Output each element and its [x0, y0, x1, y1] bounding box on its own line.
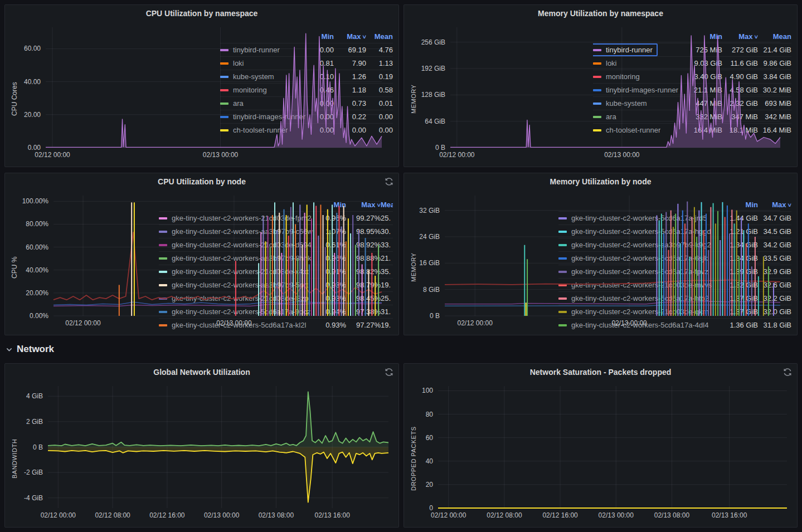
panel-title[interactable]: Memory Utilization by namespace [538, 9, 663, 18]
y-tick-label: 80 [418, 410, 433, 419]
x-tick-label: 02/12 16:00 [534, 511, 586, 519]
panel-title[interactable]: Memory Utilization by node [550, 177, 651, 186]
panel-title[interactable]: CPU Utilization by namespace [146, 9, 258, 18]
legend-value: 19. [381, 321, 393, 329]
legend-value: 30. [381, 227, 393, 236]
y-tick-label: -4 GiB [19, 494, 43, 502]
y-tick-label: 64 GiB [418, 117, 445, 126]
plot-area[interactable]: -4 GiB-2 GiB0 B2 GiB4 GiB02/12 00:0002/1… [19, 382, 394, 523]
series-color-swatch [159, 324, 167, 326]
x-tick-label: 02/12 00:00 [423, 511, 474, 519]
legend-header-mean[interactable]: Mean [381, 201, 393, 209]
legend-row[interactable]: gke-tiny-cluster-c2-workers-5cd6a17a-4dl… [558, 318, 791, 330]
x-tick-label: 02/12 00:00 [449, 319, 500, 327]
refresh-icon[interactable] [385, 177, 393, 186]
y-tick-label: 60.00 [19, 44, 41, 53]
panel-header[interactable]: Memory Utilization by namespace [404, 5, 797, 22]
refresh-icon[interactable] [783, 368, 792, 377]
legend-value: 35. [381, 267, 393, 276]
y-tick-label: 40 [418, 457, 433, 466]
panel-network-saturation: Network Saturation - Packets dropped DRO… [404, 363, 798, 528]
y-tick-label: 16 GiB [418, 258, 440, 267]
panel-header[interactable]: CPU Utilization by namespace [5, 5, 398, 22]
x-tick-label: 02/13 16:00 [307, 511, 358, 519]
legend-value: 19. [381, 281, 393, 289]
x-tick-label: 02/13 00:00 [208, 319, 260, 327]
y-tick-label: 20 [418, 480, 433, 489]
series-node-spikes [119, 202, 378, 316]
refresh-icon[interactable] [385, 368, 393, 377]
chart-plot[interactable] [438, 386, 787, 508]
series-outbound [48, 447, 388, 502]
y-tick-label: 0.00% [19, 311, 48, 320]
panel-header[interactable]: CPU Utilization by node [5, 173, 398, 190]
y-axis-label: MEMORY [409, 191, 418, 330]
plot-area[interactable]: 0 B64 GiB128 GiB192 GiB256 GiB02/12 00:0… [418, 23, 587, 162]
series-tinybird-runner [46, 33, 382, 148]
panel-header[interactable]: Global Network Utilization [5, 364, 398, 380]
x-tick-label: 02/12 08:00 [87, 511, 138, 519]
plot-area[interactable]: 0.00%20.00%40.00%60.00%80.00%100.00%02/1… [19, 191, 153, 330]
y-tick-label: 80.00% [19, 219, 48, 228]
x-tick-label: 02/13 00:00 [196, 511, 247, 519]
x-tick-label: 02/13 00:00 [596, 151, 648, 159]
y-tick-label: 60 [418, 433, 433, 442]
y-tick-label: 192 GiB [418, 64, 445, 73]
chart-plot[interactable] [46, 27, 382, 148]
panel-title[interactable]: CPU Utilization by node [158, 177, 246, 186]
x-tick-label: 02/13 00:00 [604, 319, 655, 327]
x-tick-label: 02/13 00:00 [590, 511, 641, 519]
panel-header[interactable]: Memory Utilization by node [404, 173, 797, 190]
y-tick-label: 40.00 [19, 77, 41, 86]
series-color-swatch [558, 324, 567, 326]
x-tick-label: 02/12 16:00 [142, 511, 193, 519]
legend-value: 97.27% [346, 321, 381, 329]
y-tick-label: 2 GiB [19, 417, 43, 426]
y-axis-label: BANDWIDTH [9, 382, 19, 523]
panel-title[interactable]: Network Saturation - Packets dropped [530, 368, 672, 377]
chart-network-saturation[interactable]: DROPPED PACKETS02040608010002/12 00:0002… [409, 382, 793, 523]
legend-row[interactable]: gke-tiny-cluster-c2-workers-5cd6a17a-kl2… [159, 318, 393, 330]
plot-area[interactable]: 0 B8 GiB16 GiB24 GiB32 GiB02/12 00:0002/… [418, 191, 553, 330]
y-axis-label: CPU % [9, 191, 19, 330]
chevron-down-icon [6, 346, 13, 353]
chart-plot[interactable] [54, 196, 382, 316]
chart-plot[interactable] [450, 27, 780, 148]
section-label: Network [17, 344, 54, 355]
chart-plot[interactable] [48, 386, 388, 508]
grid-lines [438, 386, 787, 508]
x-tick-label: 02/13 00:00 [195, 151, 246, 159]
panel-global-network-utilization: Global Network Utilization BANDWIDTH-4 G… [4, 363, 399, 528]
plot-area[interactable]: 02040608010002/12 00:0002/12 08:0002/12 … [418, 382, 793, 523]
plot-area[interactable]: 0.0020.0040.0060.0002/12 00:0002/13 00:0… [19, 23, 215, 162]
chart-cpu-by-node[interactable]: CPU %0.00%20.00%40.00%60.00%80.00%100.00… [9, 191, 153, 330]
section-header-network[interactable]: Network [6, 344, 54, 355]
series-tinybird-runner [450, 36, 780, 148]
x-tick-label: 02/12 00:00 [32, 511, 84, 519]
y-tick-label: 40.00% [19, 266, 48, 275]
chart-global-network-utilization[interactable]: BANDWIDTH-4 GiB-2 GiB0 B2 GiB4 GiB02/12 … [9, 382, 394, 523]
y-tick-label: 60.00% [19, 243, 48, 252]
y-tick-label: 20.00% [19, 289, 48, 297]
x-tick-label: 02/12 00:00 [27, 151, 78, 159]
x-tick-label: 02/13 08:00 [250, 511, 302, 519]
chart-plot[interactable] [445, 196, 780, 316]
panel-header[interactable]: Network Saturation - Packets dropped [404, 364, 797, 380]
panel-cpu-by-namespace: CPU Utilization by namespace CPU Cores0.… [4, 4, 399, 167]
x-tick-label: 02/13 16:00 [704, 511, 755, 519]
y-tick-label: 24 GiB [418, 232, 440, 241]
x-tick-label: 02/12 08:00 [479, 511, 530, 519]
chart-memory-by-namespace[interactable]: MEMORY0 B64 GiB128 GiB192 GiB256 GiB02/1… [409, 23, 587, 162]
chart-cpu-by-namespace[interactable]: CPU Cores0.0020.0040.0060.0002/12 00:000… [9, 23, 215, 162]
grafana-dashboard: CPU Utilization by namespace CPU Cores0.… [0, 0, 802, 532]
legend-value: 33. [381, 241, 393, 249]
y-axis-label: MEMORY [409, 23, 418, 162]
y-tick-label: 100 [418, 386, 433, 395]
series-inbound [48, 392, 388, 447]
y-tick-label: 8 GiB [418, 285, 440, 294]
y-tick-label: 32 GiB [418, 206, 440, 215]
y-tick-label: 4 GiB [19, 392, 43, 401]
legend-value: 25. [381, 214, 393, 222]
panel-title[interactable]: Global Network Utilization [153, 368, 250, 377]
chart-memory-by-node[interactable]: MEMORY0 B8 GiB16 GiB24 GiB32 GiB02/12 00… [409, 191, 553, 330]
